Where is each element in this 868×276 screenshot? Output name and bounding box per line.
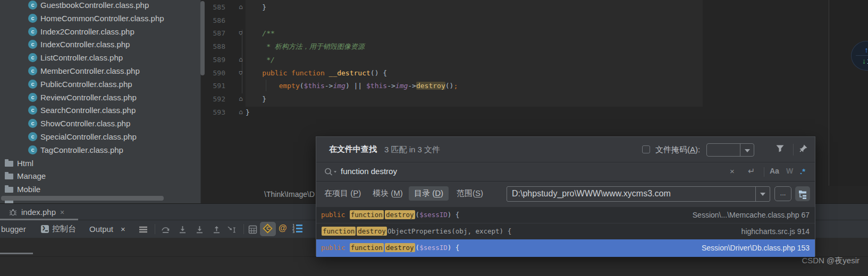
hamburger-menu-icon[interactable] [138,225,148,234]
tab-debugger[interactable]: bugger [1,220,26,238]
fold-marker-icon[interactable]: ⌂ [237,92,245,106]
tree-item[interactable]: Manage [5,169,46,183]
tree-item-label: Index2Controller.class.php [40,25,134,38]
code-line[interactable]: 591 empty($this->img) || $this->img->des… [201,79,868,92]
line-number[interactable]: 587 [207,27,225,40]
close-output-icon[interactable]: × [121,220,125,238]
fold-marker-icon[interactable]: ⌂ [237,1,245,14]
scope-tab[interactable]: 在项目 (P) [324,188,361,199]
scope-row: 在项目 (P)模块 (M)目录 (D)范围(S) D:\phpstudy_pro… [316,182,815,206]
result-row[interactable]: public functiondestroy($sessID) {Session… [316,206,815,223]
at-symbol-button[interactable]: @ [279,223,287,233]
step-into-button[interactable] [178,225,187,234]
upvote-icon[interactable]: ↑ [865,46,868,54]
fold-marker-icon[interactable]: ⌂ [237,106,245,119]
funnel-icon [776,144,785,153]
code-text: public function __destruct() { [246,66,387,80]
console-icon [41,220,49,238]
tree-item[interactable]: cTagController.class.php [28,143,123,157]
watermark: CSDN @夜yesir [802,256,859,266]
line-number[interactable]: 589 [207,53,225,66]
search-row[interactable]: function destroy × ↵ Aa W .* [316,163,815,182]
tree-item[interactable]: cIndexController.class.php [28,38,130,51]
tree-item[interactable]: cReviewController.class.php [28,91,137,104]
fold-marker-icon[interactable]: ⌂ [237,66,245,80]
tree-vertical-scrollbar[interactable] [200,1,205,75]
tree-item[interactable]: cShowController.class.php [28,117,130,130]
result-row[interactable]: public functiondestroy($sessID) {Session… [316,239,815,257]
clear-search-icon[interactable]: × [730,167,735,176]
search-separator [764,167,764,177]
match-case-button[interactable]: Aa [770,167,779,175]
tree-item[interactable]: Html [5,157,33,170]
run-to-cursor-icon [227,226,237,234]
browse-button[interactable]: ... [774,186,791,201]
pin-button[interactable] [799,144,808,153]
step-out-button[interactable] [212,225,221,234]
step-over-button[interactable] [161,225,170,234]
directory-structure-button[interactable] [795,186,810,201]
line-number[interactable]: 590 [207,66,225,80]
combo-arrow-box[interactable] [755,187,770,201]
tree-item-label: SpecialController.class.php [40,130,137,143]
line-number[interactable]: 585 [207,1,225,14]
scope-tab[interactable]: 目录 (D) [409,186,449,201]
fold-marker-icon[interactable]: ⌂ [237,27,245,40]
directory-path: D:\phpstudy_pro\WWW\www.xycms3.com [512,189,751,199]
tree-item[interactable]: cIndex2Controller.class.php [28,25,134,38]
chevron-down-icon [760,193,765,196]
line-number[interactable]: 588 [207,40,225,53]
code-line[interactable]: 588 * 析构方法，用于销毁图像资源 [201,40,868,53]
tab-console[interactable]: 控制台 [52,220,76,238]
code-line[interactable]: 593⌂} [201,106,868,119]
code-line[interactable]: 589⌂ */ [201,53,868,66]
combo-arrow-box[interactable] [740,144,754,156]
tree-item[interactable]: cPublicController.class.php [28,77,132,91]
directory-combo[interactable]: D:\phpstudy_pro\WWW\www.xycms3.com [507,186,770,202]
fold-marker-icon[interactable]: ⌂ [237,53,245,66]
tree-item-label: TagController.class.php [40,143,123,157]
tree-item[interactable]: cListController.class.php [28,51,123,64]
file-mask-label: 文件掩码(A): [655,145,700,155]
tree-item-label: Manage [17,169,46,183]
line-numbers-toggle-icon[interactable]: 1 2 3 [292,224,303,234]
code-line[interactable]: 592⌂ } [201,92,868,106]
result-row[interactable]: functiondestroyObjectProperties(obj, exc… [316,223,815,239]
debug-session-tab[interactable]: index.php × [0,204,70,220]
run-to-cursor-button[interactable] [227,225,237,234]
line-number[interactable]: 593 [207,106,225,119]
regex-button[interactable]: .* [800,167,805,176]
class-icon: c [28,119,37,128]
tree-horizontal-scrollbar[interactable] [1,196,164,201]
force-step-into-button[interactable] [195,225,204,234]
scope-tab[interactable]: 范围(S) [457,188,483,199]
code-line[interactable]: 586 [201,14,868,27]
search-input[interactable]: function destroy [341,167,397,176]
file-mask-combo[interactable] [706,143,754,157]
code-line[interactable]: 587⌂ /** [201,27,868,40]
close-icon[interactable]: × [60,208,64,217]
breadcrumb[interactable]: \Think\Image\D [201,187,315,202]
scope-tab[interactable]: 模块 (M) [373,188,403,199]
line-number[interactable]: 592 [207,92,225,106]
file-mask-checkbox[interactable] [642,145,650,153]
tree-item[interactable]: cHomeCommonController.class.php [28,12,164,25]
downvote-icon[interactable]: ↓1 [862,57,868,65]
evaluate-expression-button[interactable] [248,225,257,234]
tree-item[interactable]: cSpecialController.class.php [28,130,137,143]
tab-output[interactable]: Output [89,220,113,238]
line-number[interactable]: 586 [207,14,225,27]
filter-button[interactable] [776,144,785,153]
whole-words-button[interactable]: W [786,167,793,175]
code-line[interactable]: 590⌂ public function __destruct() { [201,66,868,80]
tree-item[interactable]: cGuestbookController.class.php [28,0,149,12]
code-text: } [246,1,266,14]
tree-item[interactable]: cSearchController.class.php [28,104,136,117]
show-class-toggle-button[interactable]: c [260,222,276,236]
insert-newline-icon[interactable]: ↵ [748,166,755,176]
tree-item[interactable]: cMemberController.class.php [28,64,140,77]
line-number[interactable]: 591 [207,79,225,92]
session-tab-label: index.php [21,208,56,217]
tree-item[interactable]: Mobile [5,183,40,196]
code-line[interactable]: 585⌂ } [201,1,868,14]
